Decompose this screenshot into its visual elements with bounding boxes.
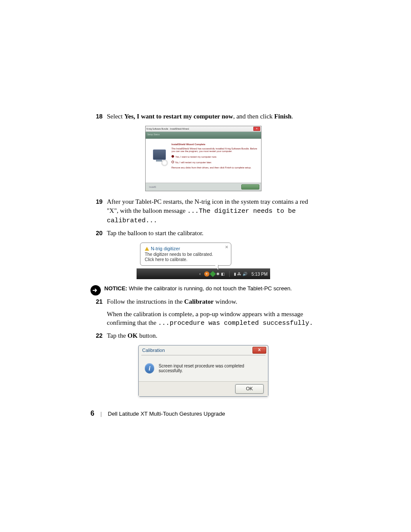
calibration-figure: Calibration X i Screen input reset proce… [90, 345, 316, 397]
close-icon[interactable]: X [252, 347, 266, 354]
document-page: 18 Select Yes, I want to restart my comp… [0, 0, 411, 452]
radio-restart-now[interactable]: Yes, I want to restart my computer now. [171, 155, 258, 158]
radio-restart-later[interactable]: No, I will restart my computer later. [171, 161, 258, 164]
text-bold: Yes, I want to restart my computer now [124, 113, 233, 120]
text: button. [137, 332, 157, 339]
tray-icons: + ✱ ◧ [204, 271, 225, 277]
info-icon: i [145, 363, 154, 373]
balloon-title-row: N-trig digitizer [145, 246, 227, 251]
balloon-figure: ✕ N-trig digitizer The digitizer needs t… [90, 243, 316, 279]
volume-icon[interactable]: 🔊 [243, 272, 247, 276]
balloon-line: The digitizer needs to be calibrated. [145, 252, 227, 257]
battery-icon[interactable]: ▮ [234, 272, 236, 276]
text: . [292, 113, 293, 120]
taskbar: ‹ + ✱ ◧ ▮ 🖧 🔊 5:13 PM [137, 268, 270, 279]
tray-figure-container: ✕ N-trig digitizer The digitizer needs t… [137, 243, 270, 279]
text-mono: ...procedure was completed successfully. [158, 320, 313, 327]
step-number: 22 [90, 331, 103, 339]
install-wizard-window: N-trig Software Bundle - InstallShield W… [145, 126, 262, 191]
step-sub-body: When the calibration is complete, a pop-… [107, 310, 316, 328]
step-body: Follow the instructions in the Calibrato… [107, 297, 316, 306]
text-bold: Calibrator [184, 298, 214, 305]
dialog-titlebar: Calibration X [139, 345, 268, 355]
step-number: 20 [90, 229, 103, 236]
wizard-banner: Setup Status [146, 132, 261, 139]
notice-text: NOTICE: While the calibrator is running,… [104, 285, 292, 292]
step-body: Tap the OK button. [107, 331, 316, 340]
install-wizard-figure: N-trig Software Bundle - InstallShield W… [90, 126, 316, 191]
step-number: 18 [90, 112, 103, 120]
close-icon[interactable]: x [253, 127, 260, 131]
text: Tap the [107, 332, 128, 339]
notice-label: NOTICE: [104, 285, 127, 292]
close-icon[interactable]: ✕ [225, 245, 228, 249]
wizard-body: InstallShield Wizard Complete The Instal… [146, 139, 261, 183]
wizard-text: The InstallShield Wizard has successfull… [171, 147, 258, 152]
radio-label: Yes, I want to restart my computer now. [175, 156, 217, 158]
tray-expand-icon[interactable]: ‹ [199, 272, 201, 276]
text: , and then click [233, 113, 274, 120]
step-body: After your Tablet-PC restarts, the N-tri… [107, 197, 316, 225]
wizard-footer: InstallS [146, 183, 261, 191]
balloon-body: The digitizer needs to be calibrated. Cl… [145, 252, 227, 262]
text-bold: Finish [274, 113, 292, 120]
dialog-title: Calibration [142, 348, 252, 353]
tray-clock[interactable]: 5:13 PM [252, 272, 268, 277]
computer-icon [151, 149, 167, 164]
window-title: N-trig Software Bundle - InstallShield W… [146, 128, 253, 130]
warning-icon [145, 247, 149, 251]
network-icon[interactable]: 🖧 [237, 272, 241, 276]
step-21: 21 Follow the instructions in the Calibr… [90, 297, 316, 306]
page-number: 6 [90, 410, 94, 417]
tray-ntrig-icon[interactable] [210, 271, 216, 277]
calibration-dialog: Calibration X i Screen input reset proce… [138, 345, 268, 397]
balloon-line: Click here to calibrate. [145, 257, 227, 262]
radio-label: No, I will restart my computer later. [175, 161, 212, 164]
step-body: Select Yes, I want to restart my compute… [107, 112, 316, 121]
dialog-footer: OK [139, 381, 268, 396]
bluetooth-icon[interactable]: ✱ [216, 272, 220, 276]
footer-label: InstallS [147, 186, 241, 188]
finish-button[interactable] [241, 184, 259, 190]
notice-body: While the calibrator is running, do not … [127, 285, 292, 292]
wizard-content: InstallShield Wizard Complete The Instal… [171, 143, 258, 170]
tray-plus-icon[interactable]: + [204, 271, 209, 277]
dialog-body: i Screen input reset procedure was compl… [139, 355, 268, 381]
step-body: Tap the balloon to start the calibrator. [107, 229, 316, 237]
balloon-tail [215, 264, 218, 270]
text-bold: OK [128, 332, 137, 339]
footer-title: Dell Latitude XT Multi-Touch Gestures Up… [108, 411, 225, 417]
step-18: 18 Select Yes, I want to restart my comp… [90, 112, 316, 121]
notice-icon [90, 285, 101, 296]
wizard-graphic [149, 143, 169, 170]
tray-generic-icon[interactable]: ◧ [221, 272, 225, 276]
text: Select [107, 113, 124, 120]
step-22: 22 Tap the OK button. [90, 331, 316, 340]
step-21-continuation: When the calibration is complete, a pop-… [90, 310, 316, 328]
footer-separator: | [100, 411, 102, 417]
text: window. [214, 298, 237, 305]
step-19: 19 After your Tablet-PC restarts, the N-… [90, 197, 316, 225]
window-titlebar: N-trig Software Bundle - InstallShield W… [146, 126, 261, 132]
balloon-tooltip[interactable]: ✕ N-trig digitizer The digitizer needs t… [140, 243, 231, 266]
ok-button[interactable]: OK [235, 384, 264, 394]
wizard-text: Remove any disks from their drives, and … [171, 166, 258, 169]
text: Follow the instructions in the [107, 298, 184, 305]
step-number: 21 [90, 297, 103, 305]
tray-separator [229, 271, 230, 277]
page-footer: 6 | Dell Latitude XT Multi-Touch Gesture… [90, 410, 316, 417]
balloon-title: N-trig digitizer [151, 246, 180, 251]
step-20: 20 Tap the balloon to start the calibrat… [90, 229, 316, 237]
notice-block: NOTICE: While the calibrator is running,… [90, 285, 316, 296]
wizard-heading: InstallShield Wizard Complete [171, 143, 258, 146]
tray-icons-2: ▮ 🖧 🔊 [234, 272, 247, 276]
step-number: 19 [90, 197, 103, 205]
dialog-message: Screen input reset procedure was complet… [159, 364, 262, 373]
